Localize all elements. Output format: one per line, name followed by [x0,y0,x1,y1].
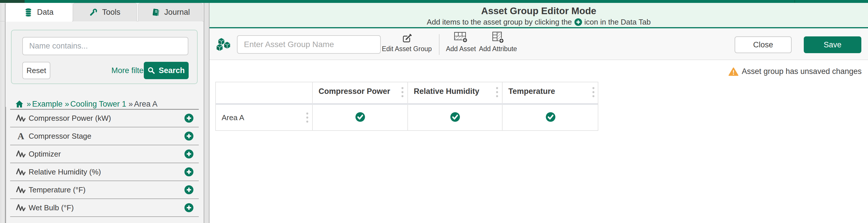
row-menu-icon[interactable] [306,112,309,123]
add-to-asset-group-button[interactable] [184,114,193,123]
string-signal-icon: A [16,132,26,141]
list-item[interactable]: Compressor Power (kW) [10,109,199,127]
breadcrumb-link-cooling-tower-1[interactable]: Cooling Tower 1 [70,100,126,109]
breadcrumb: » Example » Cooling Tower 1 » Area A [15,98,157,110]
tab-tools[interactable]: Tools [73,3,137,22]
plus-circle-icon [184,203,193,212]
check-circle-icon [546,112,556,122]
reset-button[interactable]: Reset [22,62,50,79]
list-item-label: Optimizer [29,150,61,158]
plus-circle-icon [574,18,582,26]
tab-journal[interactable]: Journal [138,3,203,22]
list-item[interactable]: Optimizer [10,145,199,163]
add-to-asset-group-button[interactable] [184,185,193,194]
attribute-cell-temperature[interactable] [502,105,598,130]
list-item[interactable]: Wet Bulb (°F) [10,199,199,216]
table-header-compressor-power: Compressor Power [312,82,407,103]
add-attribute-icon [491,31,505,43]
journal-icon [151,8,160,17]
unsaved-changes-status: Asset group has unsaved changes [728,67,862,76]
sidebar-tab-bar: Data Tools [0,3,204,22]
sidebar: Data Tools [0,3,204,223]
warning-icon [728,67,738,76]
breadcrumb-current: Area A [134,100,157,109]
signal-icon [16,203,26,212]
sidebar-splitter[interactable] [204,3,210,223]
row-name-cell: Area A [216,105,312,130]
home-icon[interactable] [15,100,24,108]
edit-asset-group-button[interactable]: Edit Asset Group [384,31,430,58]
plus-circle-icon [184,167,193,177]
search-button-label: Search [159,66,185,75]
banner-title: Asset Group Editor Mode [210,3,868,16]
tab-data-label: Data [37,8,54,17]
search-input[interactable] [22,37,188,55]
plus-circle-icon [184,114,193,123]
breadcrumb-separator: » [65,100,69,109]
list-item-label: Relative Humidity (%) [29,168,101,177]
save-button[interactable]: Save [804,36,861,53]
toolbar-divider [439,34,439,55]
search-panel: Reset More filters Search [11,30,197,84]
list-item-label: Temperature (°F) [29,185,86,194]
banner-subtitle-before: Add items to the asset group by clicking… [427,17,572,27]
sidebar-scrollbar[interactable] [1,3,5,223]
signal-icon [16,185,26,194]
plus-circle-icon [184,185,193,194]
edit-pencil-square-icon [402,33,412,43]
database-icon [24,8,32,17]
column-menu-icon[interactable] [401,86,404,98]
tab-tools-label: Tools [102,8,120,17]
sidebar-content-edge [5,107,6,223]
column-menu-icon[interactable] [496,86,498,98]
editor-mode-banner: Asset Group Editor Mode Add items to the… [210,3,868,28]
banner-subtitle-after: icon in the Data Tab [585,17,651,27]
top-chrome-dark-segment [0,0,25,3]
signal-icon [16,149,26,158]
search-button[interactable]: Search [144,62,189,79]
asset-group-editor-main: Asset Group Editor Mode Add items to the… [210,3,868,223]
breadcrumb-separator: » [128,100,133,109]
asset-group-icon [216,38,231,52]
column-menu-icon[interactable] [592,86,595,98]
asset-group-name-input[interactable] [237,35,381,54]
add-attribute-label: Add Attribute [479,45,517,53]
add-to-asset-group-button[interactable] [184,132,193,141]
list-item[interactable]: A Compressor Stage [10,127,199,145]
search-icon [148,67,155,74]
add-asset-button[interactable]: Add Asset [445,31,477,58]
table-header-label: Relative Humidity [414,87,479,96]
asset-group-toolbar: Edit Asset Group [210,28,868,60]
row-name: Area A [222,113,244,122]
tab-data[interactable]: Data [6,3,72,22]
add-asset-label: Add Asset [446,45,476,53]
table-header-label: Compressor Power [318,87,390,96]
check-circle-icon [355,112,365,122]
breadcrumb-link-example[interactable]: Example [32,100,62,109]
table-header-label: Temperature [508,87,555,96]
close-button[interactable]: Close [735,36,792,53]
list-item[interactable]: Temperature (°F) [10,181,199,198]
attribute-cell-compressor-power[interactable] [312,105,407,130]
add-to-asset-group-button[interactable] [184,167,193,177]
list-item-label: Compressor Stage [29,132,91,141]
signal-icon [16,167,26,177]
edit-asset-group-label: Edit Asset Group [382,45,432,53]
wrench-icon [89,8,97,16]
add-attribute-button[interactable]: Add Attribute [479,31,517,58]
top-chrome-divider [794,0,795,3]
add-asset-icon [454,31,468,43]
unsaved-changes-text: Asset group has unsaved changes [742,67,862,76]
check-circle-icon [450,112,460,122]
list-divider [10,216,199,217]
tab-journal-label: Journal [164,8,190,17]
add-to-asset-group-button[interactable] [184,203,193,212]
list-item[interactable]: Relative Humidity (%) [10,163,199,181]
asset-group-editor-screen: Data Tools [0,0,868,223]
banner-subtitle: Add items to the asset group by clicking… [210,17,868,27]
attribute-cell-relative-humidity[interactable] [407,105,502,130]
plus-circle-icon [184,132,193,141]
table-row: Area A [216,105,598,130]
add-to-asset-group-button[interactable] [184,149,193,158]
top-chrome-bar [0,0,868,3]
